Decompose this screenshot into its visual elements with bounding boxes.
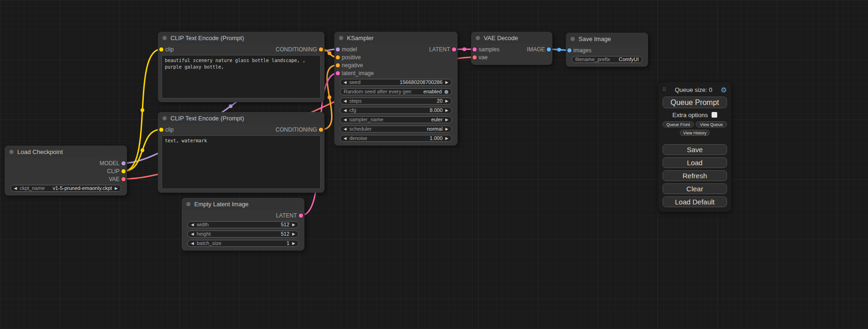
widget-value: 8.000 xyxy=(430,108,443,113)
input-label-clip: clip xyxy=(165,126,174,133)
input-port-vae[interactable] xyxy=(473,55,477,59)
increment-arrow-icon[interactable]: ▶ xyxy=(292,232,295,236)
scheduler-widget[interactable]: ◀ scheduler normal ▶ xyxy=(340,126,452,133)
widget-label: height xyxy=(197,231,211,237)
output-port-image[interactable] xyxy=(547,47,551,51)
collapse-dot-icon[interactable] xyxy=(9,150,14,154)
widget-label: ckpt_name xyxy=(20,186,45,191)
queue-size-label: Queue size: 0 xyxy=(666,86,720,93)
output-label-model: MODEL xyxy=(99,160,120,167)
input-port-clip[interactable] xyxy=(159,127,163,132)
node-save-image[interactable]: Save Image images filename_prefix ComfyU… xyxy=(566,33,648,67)
cfg-widget[interactable]: ◀ cfg 8.000 ▶ xyxy=(340,107,452,114)
negative-prompt-textarea[interactable]: text, watermark xyxy=(162,135,321,189)
node-load-checkpoint-titlebar[interactable]: Load Checkpoint xyxy=(5,146,127,158)
input-port-clip[interactable] xyxy=(159,47,163,51)
node-ksampler-titlebar[interactable]: KSampler xyxy=(334,32,458,44)
node-clip-positive-titlebar[interactable]: CLIP Text Encode (Prompt) xyxy=(158,32,325,44)
collapse-dot-icon[interactable] xyxy=(162,36,167,40)
decrement-arrow-icon[interactable]: ◀ xyxy=(14,187,17,190)
widget-label: width xyxy=(197,222,209,227)
widget-value: ComfyUI xyxy=(619,57,639,62)
graph-canvas[interactable]: Load Checkpoint MODEL CLIP VAE ◀ ckpt_na… xyxy=(0,0,868,329)
steps-widget[interactable]: ◀ steps 20 ▶ xyxy=(340,98,452,105)
height-widget[interactable]: ◀ height 512 ▶ xyxy=(187,231,299,238)
output-port-vae[interactable] xyxy=(121,177,126,181)
widget-value: normal xyxy=(427,126,443,132)
queue-prompt-button[interactable]: Queue Prompt xyxy=(663,97,727,108)
ckpt-name-widget[interactable]: ◀ ckpt_name v1-5-pruned-emaonly.ckpt ▶ xyxy=(10,185,121,192)
refresh-button[interactable]: Refresh xyxy=(663,170,727,181)
increment-arrow-icon[interactable]: ▶ xyxy=(445,99,448,103)
node-load-checkpoint[interactable]: Load Checkpoint MODEL CLIP VAE ◀ ckpt_na… xyxy=(5,146,127,196)
output-port-clip[interactable] xyxy=(121,169,126,173)
collapse-dot-icon[interactable] xyxy=(339,36,343,40)
load-default-button[interactable]: Load Default xyxy=(663,196,727,207)
increment-arrow-icon[interactable]: ▶ xyxy=(445,137,448,140)
sampler-name-widget[interactable]: ◀ sampler_name euler ▶ xyxy=(340,116,452,123)
decrement-arrow-icon[interactable]: ◀ xyxy=(191,242,194,245)
output-port-latent[interactable] xyxy=(452,47,456,51)
node-clip-text-encode-positive[interactable]: CLIP Text Encode (Prompt) clip CONDITION… xyxy=(158,32,325,102)
filename-prefix-widget[interactable]: filename_prefix ComfyUI xyxy=(572,56,642,63)
drag-handle-icon[interactable]: ⠿ xyxy=(663,87,666,92)
toggle-indicator-icon xyxy=(445,90,448,94)
denoise-widget[interactable]: ◀ denoise 1.000 ▶ xyxy=(340,135,452,142)
increment-arrow-icon[interactable]: ▶ xyxy=(445,81,448,84)
collapse-dot-icon[interactable] xyxy=(571,37,575,41)
decrement-arrow-icon[interactable]: ◀ xyxy=(344,109,346,112)
extra-options-checkbox[interactable] xyxy=(712,112,717,118)
node-vae-decode-titlebar[interactable]: VAE Decode xyxy=(471,32,552,44)
node-clip-negative-titlebar[interactable]: CLIP Text Encode (Prompt) xyxy=(158,112,325,124)
increment-arrow-icon[interactable]: ▶ xyxy=(445,109,448,112)
decrement-arrow-icon[interactable]: ◀ xyxy=(344,81,346,84)
input-port-samples[interactable] xyxy=(473,47,477,51)
decrement-arrow-icon[interactable]: ◀ xyxy=(191,223,194,227)
output-port-latent[interactable] xyxy=(299,213,303,217)
clear-button[interactable]: Clear xyxy=(663,183,727,194)
view-history-button[interactable]: View History xyxy=(680,130,710,136)
increment-arrow-icon[interactable]: ▶ xyxy=(292,242,295,245)
port-row-model-latent: model LATENT xyxy=(334,45,458,53)
positive-prompt-textarea[interactable]: beautiful scenery nature glass bottle la… xyxy=(162,55,321,98)
input-port-images[interactable] xyxy=(567,48,572,52)
node-ksampler[interactable]: KSampler model LATENT positive negative … xyxy=(334,32,458,146)
width-widget[interactable]: ◀ width 512 ▶ xyxy=(187,221,299,228)
output-port-conditioning[interactable] xyxy=(319,127,323,132)
save-button[interactable]: Save xyxy=(663,144,727,155)
queue-buttons-row: Queue Front View Queue xyxy=(663,121,727,127)
seed-widget[interactable]: ◀ seed 156680208700286 ▶ xyxy=(340,79,452,86)
wire-clip2-midpoint-dot xyxy=(141,148,144,152)
decrement-arrow-icon[interactable]: ◀ xyxy=(344,127,346,131)
node-empty-latent-titlebar[interactable]: Empty Latent Image xyxy=(182,198,304,210)
node-title: Save Image xyxy=(579,35,611,42)
decrement-arrow-icon[interactable]: ◀ xyxy=(344,137,346,140)
input-port-model[interactable] xyxy=(336,47,340,51)
node-clip-text-encode-negative[interactable]: CLIP Text Encode (Prompt) clip CONDITION… xyxy=(158,112,325,193)
collapse-dot-icon[interactable] xyxy=(162,116,167,120)
output-port-model[interactable] xyxy=(121,161,126,165)
input-port-latent-image[interactable] xyxy=(336,71,340,75)
input-port-negative[interactable] xyxy=(336,63,340,67)
view-queue-button[interactable]: View Queue xyxy=(696,121,727,127)
increment-arrow-icon[interactable]: ▶ xyxy=(292,223,295,227)
node-vae-decode[interactable]: VAE Decode samples IMAGE vae xyxy=(471,32,552,65)
increment-arrow-icon[interactable]: ▶ xyxy=(445,118,448,122)
collapse-dot-icon[interactable] xyxy=(186,202,191,206)
increment-arrow-icon[interactable]: ▶ xyxy=(115,187,118,190)
node-empty-latent-image[interactable]: Empty Latent Image LATENT ◀ width 512 ▶ … xyxy=(182,198,304,251)
collapse-dot-icon[interactable] xyxy=(476,36,480,40)
load-button[interactable]: Load xyxy=(663,157,727,168)
random-seed-toggle-widget[interactable]: Random seed after every gen enabled xyxy=(340,88,452,95)
decrement-arrow-icon[interactable]: ◀ xyxy=(191,232,194,236)
increment-arrow-icon[interactable]: ▶ xyxy=(445,127,448,131)
queue-front-button[interactable]: Queue Front xyxy=(663,121,694,127)
output-port-conditioning[interactable] xyxy=(319,47,323,51)
decrement-arrow-icon[interactable]: ◀ xyxy=(344,99,346,103)
decrement-arrow-icon[interactable]: ◀ xyxy=(344,118,346,122)
widget-label: denoise xyxy=(349,136,367,141)
node-save-image-titlebar[interactable]: Save Image xyxy=(566,33,648,45)
settings-gear-icon[interactable]: ⚙ xyxy=(721,86,727,93)
batch-size-widget[interactable]: ◀ batch_size 1 ▶ xyxy=(187,240,299,247)
input-port-positive[interactable] xyxy=(336,55,340,59)
